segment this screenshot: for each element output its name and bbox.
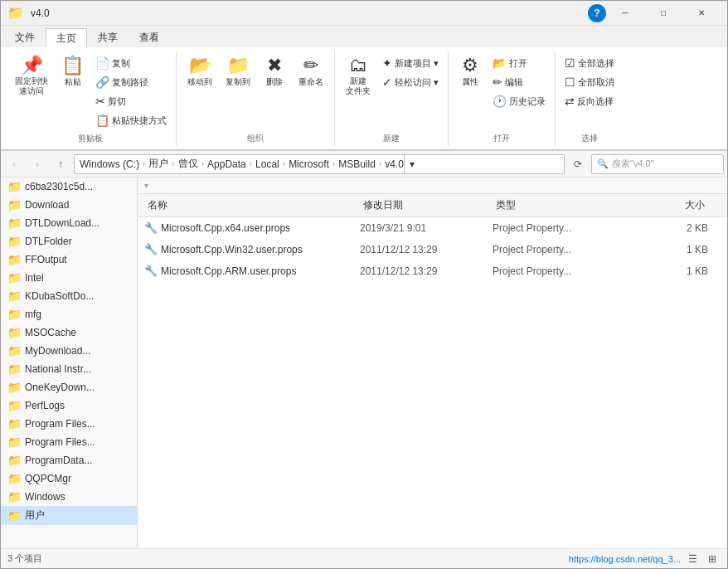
select-label: 选择 — [561, 131, 619, 146]
folder-item[interactable]: 📁 KDubaSoftDo... — [1, 287, 137, 305]
cut-button[interactable]: ✂ 剪切 — [91, 92, 171, 110]
folder-item[interactable]: 📁 FFOutput — [1, 250, 137, 269]
folder-item[interactable]: 📁 National Instr... — [1, 360, 137, 378]
crumb-v40[interactable]: v4.0 — [385, 158, 404, 170]
tab-file[interactable]: 文件 — [4, 27, 46, 47]
up-button[interactable]: ↑ — [51, 154, 70, 174]
folder-item[interactable]: 📁 mfg — [1, 305, 137, 323]
help-button[interactable]: ? — [588, 4, 606, 22]
rename-button[interactable]: ✏ 重命名 — [293, 54, 329, 90]
close-button[interactable]: ✕ — [682, 1, 721, 26]
folder-icon: 📁 — [7, 435, 22, 449]
crumb-username[interactable]: 曾仅 — [178, 157, 198, 171]
select-all-button[interactable]: ☑ 全部选择 — [561, 54, 619, 72]
col-header-type[interactable]: 类型 — [493, 194, 642, 216]
folder-item[interactable]: 📁 Intel — [1, 269, 137, 287]
folder-icon: 📁 — [7, 344, 22, 357]
file-row[interactable]: 🔧 Microsoft.Cpp.ARM.user.props 2011/12/1… — [138, 260, 727, 282]
select-none-button[interactable]: ☐ 全部取消 — [561, 73, 619, 91]
folder-name: mfg — [25, 309, 41, 320]
folder-item[interactable]: 📁 OneKeyDown... — [1, 378, 137, 396]
statusbar: 3 个项目 https://blog.csdn.net/qq_3... ☰ ⊞ — [1, 548, 727, 568]
delete-button[interactable]: ✖ 删除 — [258, 54, 291, 90]
folder-item[interactable]: 📁 ProgramData... — [1, 451, 137, 469]
easy-access-button[interactable]: ✓ 轻松访问 ▾ — [378, 73, 443, 91]
crumb-users[interactable]: 用户 — [148, 157, 168, 171]
file-row[interactable]: 🔧 Microsoft.Cpp.Win32.user.props 2011/12… — [138, 239, 727, 260]
address-dropdown[interactable]: ▾ — [404, 154, 420, 174]
col-header-name[interactable]: 名称 — [144, 194, 360, 216]
folder-icon: 📁 — [7, 253, 22, 266]
tab-home[interactable]: 主页 — [46, 28, 87, 48]
folder-item[interactable]: 📁 Download — [1, 196, 137, 214]
refresh-button[interactable]: ⟳ — [568, 154, 588, 174]
crumb-local[interactable]: Local — [255, 158, 279, 170]
col-header-date[interactable]: 修改日期 — [360, 194, 493, 216]
crumb-appdata[interactable]: AppData — [207, 158, 246, 170]
new-item-icon: ✦ — [382, 56, 392, 70]
left-panel: 📁 c6ba2301c5d... 📁 Download 📁 DTLDownLoa… — [1, 178, 138, 548]
back-button[interactable]: ‹ — [4, 154, 24, 174]
forward-button[interactable]: › — [27, 154, 47, 174]
file-row[interactable]: 🔧 Microsoft.Cpp.x64.user.props 2019/3/21… — [138, 217, 727, 239]
folder-item[interactable]: 📁 MyDownload... — [1, 342, 137, 360]
folder-name: MSOCache — [25, 327, 76, 338]
paste-button[interactable]: 📋 粘贴 — [56, 54, 90, 90]
sep-6: › — [332, 159, 335, 168]
crumb-windows-c[interactable]: Windows (C:) — [80, 158, 139, 170]
right-panel: ▾ 名称 修改日期 类型 大小 — [138, 178, 727, 548]
history-button[interactable]: 🕐 历史记录 — [488, 92, 550, 110]
pin-button[interactable]: 📌 固定到快速访问 — [9, 54, 54, 99]
folder-item[interactable]: 📁 MSOCache — [1, 323, 137, 342]
ribbon-group-clipboard: 📌 固定到快速访问 📋 粘贴 📄 复制 🔗 — [4, 51, 177, 146]
search-field[interactable]: 🔍 搜索"v4.0" — [591, 154, 724, 174]
folder-icon: 📁 — [7, 362, 22, 376]
ribbon-group-organize: 📂 移动到 📁 复制到 ✖ 删除 ✏ 重命名 — [177, 51, 335, 146]
folder-item[interactable]: 📁 Program Files... — [1, 433, 137, 451]
invert-icon: ⇄ — [565, 95, 575, 108]
folder-item[interactable]: 📁 Windows — [1, 488, 137, 506]
open-buttons: ⚙ 属性 📂 打开 ✏ 编辑 🕐 — [454, 51, 550, 131]
crumb-msbuild[interactable]: MSBuild — [338, 158, 376, 170]
folder-item[interactable]: 📁 DTLDownLoad... — [1, 214, 137, 232]
select-small-buttons: ☑ 全部选择 ☐ 全部取消 ⇄ 反向选择 — [561, 54, 619, 110]
tab-view[interactable]: 查看 — [129, 27, 170, 47]
folder-icon: 📁 — [7, 271, 22, 284]
edit-button[interactable]: ✏ 编辑 — [488, 73, 550, 91]
folder-icon: 📁 — [7, 472, 22, 485]
folder-name: Windows — [25, 491, 66, 503]
address-field[interactable]: Windows (C:) › 用户 › 曾仅 › AppData › Local… — [74, 154, 565, 174]
folder-item[interactable]: 📁 c6ba2301c5d... — [1, 178, 137, 196]
crumb-microsoft[interactable]: Microsoft — [289, 158, 329, 170]
folder-name: QQPCMgr — [25, 473, 71, 484]
list-view-button[interactable]: ☰ — [684, 551, 701, 567]
invert-select-button[interactable]: ⇄ 反向选择 — [561, 92, 619, 110]
folder-item-selected[interactable]: 📁 用户 — [1, 506, 137, 525]
folder-item[interactable]: 📁 DTLFolder — [1, 232, 137, 250]
new-folder-button[interactable]: 🗂 新建文件夹 — [340, 54, 376, 99]
copy-to-button[interactable]: 📁 复制到 — [220, 54, 256, 90]
file-type: Project Property... — [493, 222, 642, 234]
paste-shortcut-button[interactable]: 📋 粘贴快捷方式 — [91, 111, 171, 129]
folder-item[interactable]: 📁 Program Files... — [1, 415, 137, 433]
folder-item[interactable]: 📁 QQPCMgr — [1, 469, 137, 488]
copy-button[interactable]: 📄 复制 — [91, 54, 171, 72]
ribbon-group-new: 🗂 新建文件夹 ✦ 新建项目 ▾ ✓ 轻松访问 ▾ 新建 — [335, 51, 449, 146]
properties-button[interactable]: ⚙ 属性 — [454, 54, 487, 90]
maximize-button[interactable]: □ — [644, 1, 682, 26]
file-type: Project Property... — [493, 244, 642, 255]
sort-dropdown[interactable]: ▾ — [138, 178, 353, 193]
minimize-button[interactable]: ─ — [606, 1, 644, 26]
search-icon: 🔍 — [597, 158, 609, 169]
move-to-button[interactable]: 📂 移动到 — [182, 54, 218, 90]
breadcrumbs: Windows (C:) › 用户 › 曾仅 › AppData › Local… — [80, 157, 404, 171]
tab-share[interactable]: 共享 — [87, 27, 129, 47]
folder-item[interactable]: 📁 PerfLogs — [1, 396, 137, 415]
grid-view-button[interactable]: ⊞ — [704, 551, 721, 567]
new-item-button[interactable]: ✦ 新建项目 ▾ — [378, 54, 443, 72]
copy-path-button[interactable]: 🔗 复制路径 — [91, 73, 171, 91]
col-header-size[interactable]: 大小 — [642, 194, 708, 216]
statusbar-link[interactable]: https://blog.csdn.net/qq_3... — [569, 554, 681, 564]
props-file-icon: 🔧 — [144, 221, 158, 234]
open-button[interactable]: 📂 打开 — [488, 54, 550, 72]
